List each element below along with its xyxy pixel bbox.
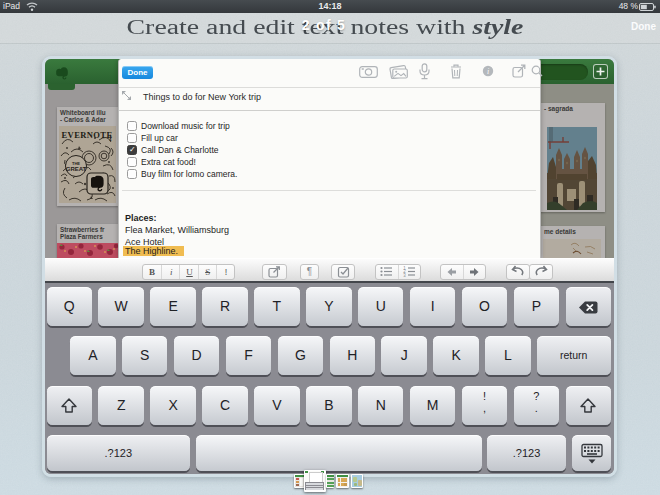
svg-text:GREAT: GREAT <box>66 166 87 172</box>
svg-text:!: ! <box>109 133 112 143</box>
svg-text:3: 3 <box>403 272 406 276</box>
svg-text:i: i <box>487 67 489 76</box>
svg-text:EVERNOTE: EVERNOTE <box>62 130 113 140</box>
